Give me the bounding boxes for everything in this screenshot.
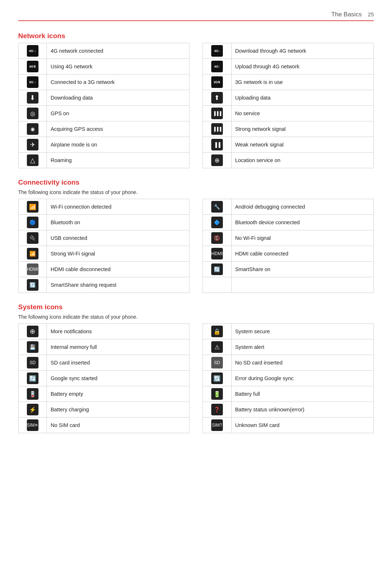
table-row: 🪫 Battery empty 🔋 Battery full xyxy=(19,386,374,402)
table-row: 📶 Wi-Fi connection detected 🔧 Android de… xyxy=(19,199,374,215)
icon-cell: 📶 xyxy=(19,246,47,262)
icon-cell: 🔄 xyxy=(19,371,47,386)
icon-cell: ⊕ xyxy=(19,324,47,339)
icon-cell: 🔌 xyxy=(19,230,47,246)
icon-cell: SD xyxy=(19,355,47,371)
icon-cell: 3G↑↓ xyxy=(19,74,47,90)
table-row: 🔄 Google sync started 🔃 Error during Goo… xyxy=(19,371,374,386)
icon-cell: △ xyxy=(19,153,47,168)
desc-cell: No service xyxy=(231,106,373,121)
icon-system-alert: ⚠ xyxy=(211,341,223,353)
icon-sd-inserted: SD xyxy=(27,357,38,368)
table-row: 📶 Strong Wi-Fi signal HDMI HDMI cable co… xyxy=(19,246,374,262)
desc-cell: SmartShare sharing request xyxy=(47,277,189,293)
desc-cell: 3G network is in use xyxy=(231,74,373,90)
table-row: HDMI HDMI cable disconnected 🔄 SmartShar… xyxy=(19,262,374,277)
desc-cell: USB connected xyxy=(47,230,189,246)
icon-cell: 🔧 xyxy=(203,199,231,215)
icon-battery-empty: 🪫 xyxy=(27,388,38,400)
icon-no-service: ▐▐▐ xyxy=(211,108,223,119)
desc-cell: No SIM card xyxy=(47,418,189,433)
table-row: ◎ GPS on ▐▐▐ No service xyxy=(19,106,374,121)
table-row: ⊕ More notifications 🔒 System secure xyxy=(19,324,374,339)
icon-3g-inuse: 3G⇅ xyxy=(211,76,223,88)
icon-cell: ⊕ xyxy=(203,153,231,168)
icon-weak-signal: ▐▐ xyxy=(211,139,223,150)
icon-acquiring-gps: ◉ xyxy=(27,123,38,135)
icon-system-secure: 🔒 xyxy=(211,326,223,337)
desc-cell: Uploading data xyxy=(231,90,373,106)
icon-cell: 4G⇅ xyxy=(19,59,47,74)
desc-cell: Battery charging xyxy=(47,402,189,418)
icon-internal-memory-full: 💾 xyxy=(27,341,38,353)
desc-cell: Internal memory full xyxy=(47,339,189,355)
icon-cell: HDMI xyxy=(203,246,231,262)
icon-cell: 🔵 xyxy=(19,215,47,230)
desc-cell: Wi-Fi connection detected xyxy=(47,199,189,215)
system-icons-title: System icons xyxy=(18,303,374,311)
icon-cell: 💾 xyxy=(19,339,47,355)
icon-cell: 4G↑↓ xyxy=(19,43,47,59)
icon-cell: ⚡ xyxy=(19,402,47,418)
table-row: 🔵 Bluetooth on 🔷 Bluetooth device connec… xyxy=(19,215,374,230)
icon-4g-connected: 4G↑↓ xyxy=(27,45,38,57)
icon-cell: SIM? xyxy=(203,418,231,433)
connectivity-icons-subtitle: The following icons indicate the status … xyxy=(18,189,374,195)
system-icons-section: System icons The following icons indicat… xyxy=(18,303,374,433)
icon-cell: ◎ xyxy=(19,106,47,121)
desc-cell: Download through 4G network xyxy=(231,43,373,59)
icon-hdmi-connected: HDMI xyxy=(211,248,223,259)
icon-cell: 🔷 xyxy=(203,215,231,230)
desc-cell: No Wi-Fi signal xyxy=(231,230,373,246)
table-row: ⚡ Battery charging ❓ Battery status unkn… xyxy=(19,402,374,418)
icon-cell: 3G⇅ xyxy=(203,74,231,90)
icon-cell: SD xyxy=(203,355,231,371)
connectivity-icons-title: Connectivity icons xyxy=(18,178,374,186)
icon-cell: 4G↓ xyxy=(203,43,231,59)
desc-cell: Android debugging connected xyxy=(231,199,373,215)
icon-google-sync-error: 🔃 xyxy=(211,372,223,384)
desc-cell: Google sync started xyxy=(47,371,189,386)
icon-downloading: ⬇ xyxy=(27,92,38,104)
desc-cell: Downloading data xyxy=(47,90,189,106)
table-row: ◉ Acquiring GPS access ▐▐▐ Strong networ… xyxy=(19,121,374,137)
table-row: 4G↑↓ 4G network connected 4G↓ Download t… xyxy=(19,43,374,59)
network-icons-section: Network icons 4G↑↓ 4G network connected … xyxy=(18,32,374,168)
table-row: 3G↑↓ Connected to a 3G network 3G⇅ 3G ne… xyxy=(19,74,374,90)
desc-cell: SmartShare on xyxy=(231,262,373,277)
desc-cell-empty xyxy=(231,277,373,293)
icon-cell: ❓ xyxy=(203,402,231,418)
desc-cell: Bluetooth device connected xyxy=(231,215,373,230)
icon-cell: 🪫 xyxy=(19,386,47,402)
desc-cell: Weak network signal xyxy=(231,137,373,153)
table-row: ⬇ Downloading data ⬆ Uploading data xyxy=(19,90,374,106)
icon-using-4g: 4G⇅ xyxy=(27,61,38,72)
icon-cell: ◉ xyxy=(19,121,47,137)
desc-cell: Bluetooth on xyxy=(47,215,189,230)
icon-4g-upload: 4G↑ xyxy=(211,61,223,72)
icon-cell: ⬆ xyxy=(203,90,231,106)
table-row: △ Roaming ⊕ Location service on xyxy=(19,153,374,168)
icon-cell: ▐▐▐ xyxy=(203,121,231,137)
table-row: ✈ Airplane mode is on ▐▐ Weak network si… xyxy=(19,137,374,153)
icon-cell: ▐▐▐ xyxy=(203,106,231,121)
desc-cell: 4G network connected xyxy=(47,43,189,59)
icon-cell: 🔃 xyxy=(203,371,231,386)
desc-cell: HDMI cable connected xyxy=(231,246,373,262)
desc-cell: Location service on xyxy=(231,153,373,168)
network-icons-table: 4G↑↓ 4G network connected 4G↓ Download t… xyxy=(18,43,374,168)
page-header: The Basics 25 xyxy=(18,11,374,21)
icon-cell: 🔋 xyxy=(203,386,231,402)
desc-cell: Strong network signal xyxy=(231,121,373,137)
table-row: 🔌 USB connected 📵 No Wi-Fi signal xyxy=(19,230,374,246)
desc-cell: Battery full xyxy=(231,386,373,402)
icon-no-sd: SD xyxy=(211,357,223,368)
desc-cell: More notifications xyxy=(47,324,189,339)
icon-hdmi-disconnected: HDMI xyxy=(27,263,38,275)
page-number: 25 xyxy=(368,11,374,17)
icon-cell: ✈ xyxy=(19,137,47,153)
icon-battery-charging: ⚡ xyxy=(27,404,38,415)
icon-smartshare-on: 🔄 xyxy=(211,263,223,275)
icon-cell: 4G↑ xyxy=(203,59,231,74)
icon-3g-connected: 3G↑↓ xyxy=(27,76,38,88)
